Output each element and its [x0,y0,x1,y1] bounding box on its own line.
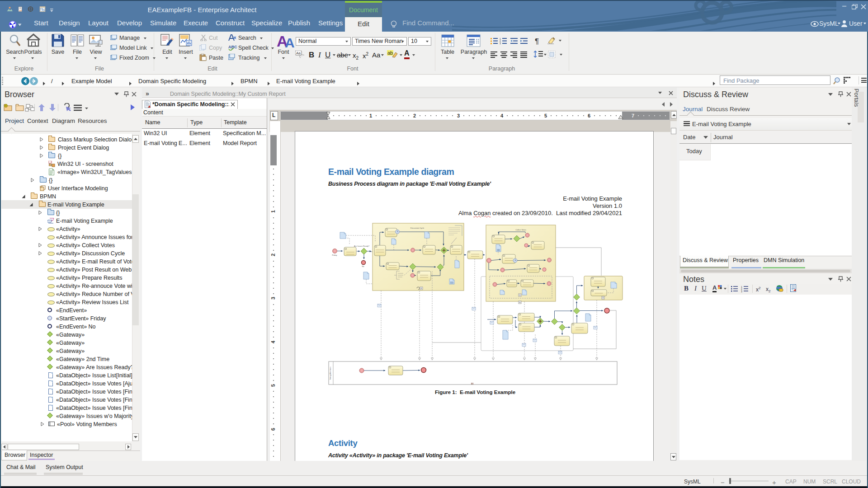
svg-text:3: 3 [457,113,460,118]
svg-text:2: 2 [270,253,276,256]
svg-text:3: 3 [500,42,501,45]
svg-text:Collect Votes: Collect Votes [515,229,526,231]
svg-text:4: 4 [500,113,504,118]
svg-text:No: No [362,265,364,267]
svg-text:6: 6 [270,428,276,431]
svg-text:1: 1 [369,113,372,118]
svg-text:Yes: Yes [369,250,373,253]
svg-text:Are Issues Ready?: Are Issues Ready? [354,245,370,247]
svg-text:7: 7 [632,113,634,118]
svg-text:2: 2 [413,113,416,118]
svg-text:3: 3 [741,290,742,292]
svg-text:5: 5 [270,384,276,387]
svg-text:Friday: Friday [332,254,337,256]
svg-text:5: 5 [544,113,547,118]
svg-text:6: 6 [588,113,590,118]
svg-text:¶: ¶ [535,37,539,45]
svg-text:Discussion Cycle: Discussion Cycle [410,227,425,229]
svg-text:1: 1 [270,210,276,213]
svg-text:4: 4 [270,340,276,343]
svg-text:3: 3 [270,297,276,300]
svg-text:Aa: Aa [296,51,301,55]
svg-text:Voting Members: Voting Members [329,367,331,380]
